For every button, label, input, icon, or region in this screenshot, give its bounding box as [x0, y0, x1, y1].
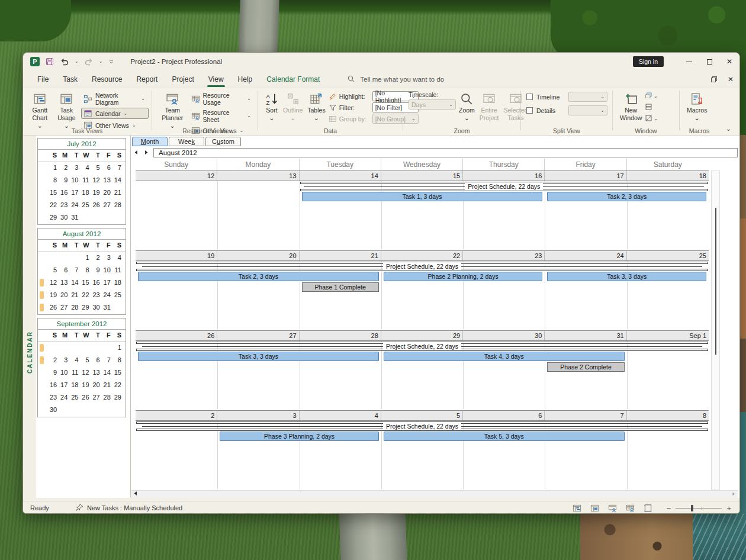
menu-tab-view[interactable]: View: [201, 70, 231, 88]
mini-calendar-day[interactable]: 23: [46, 392, 57, 403]
mini-calendar-day[interactable]: 29: [111, 392, 121, 403]
mini-calendar-day[interactable]: 14: [67, 277, 78, 288]
mini-calendar-day[interactable]: 21: [67, 289, 78, 301]
summary-bar-project-schedule-22-days[interactable]: Project Schedule, 22 days: [136, 342, 708, 351]
menu-tab-report[interactable]: Report: [129, 70, 165, 88]
mini-calendar-day[interactable]: 25: [78, 199, 89, 211]
collapse-ribbon-icon[interactable]: ⌄: [726, 125, 731, 133]
maximize-button[interactable]: [699, 53, 719, 70]
usage-view-button[interactable]: [586, 504, 604, 513]
mini-calendar-day[interactable]: 25: [67, 392, 78, 403]
mini-calendar-day[interactable]: 8: [46, 175, 57, 186]
scope-tab-week[interactable]: Week: [169, 137, 204, 146]
mini-calendar-day[interactable]: 23: [89, 289, 100, 301]
mini-calendar-day[interactable]: 26: [89, 199, 100, 211]
mini-calendar-day[interactable]: 10: [67, 175, 78, 186]
summary-bar-project-schedule-22-days[interactable]: Project Schedule, 22 days: [136, 262, 708, 271]
mini-calendar-day[interactable]: 4: [67, 355, 78, 366]
mini-calendar-day[interactable]: 21: [100, 379, 111, 391]
mini-calendar-day[interactable]: 1: [46, 162, 57, 173]
mini-calendar-day[interactable]: 26: [46, 302, 57, 313]
team-planner-button[interactable]: TeamPlanner ⌄: [157, 90, 188, 131]
mini-calendar-day[interactable]: 30: [89, 302, 100, 313]
menu-tab-task[interactable]: Task: [56, 70, 85, 88]
mini-calendar-day[interactable]: 20: [57, 289, 67, 301]
mini-calendar-day[interactable]: 14: [111, 175, 121, 186]
vertical-scrollbar-thumb[interactable]: [715, 208, 716, 355]
undo-button[interactable]: [60, 57, 69, 66]
mini-calendar-day[interactable]: 23: [57, 199, 67, 211]
task-usage-button[interactable]: TaskUsage ⌄: [53, 90, 80, 131]
mini-calendar-day[interactable]: 28: [67, 302, 78, 313]
mini-calendar-day[interactable]: 27: [57, 302, 67, 313]
summary-bar-project-schedule-22-days[interactable]: Project Schedule, 22 days: [300, 182, 708, 191]
mini-calendar-day[interactable]: 4: [78, 162, 89, 173]
mini-calendar-day[interactable]: 19: [78, 379, 89, 391]
close-document-icon[interactable]: ✕: [728, 76, 734, 83]
switch-windows-icon[interactable]: [645, 92, 652, 101]
restore-window-icon[interactable]: [711, 76, 717, 82]
mini-calendar-day[interactable]: 8: [111, 355, 121, 366]
zoom-out-icon[interactable]: −: [667, 504, 671, 512]
mini-calendar-day[interactable]: 31: [67, 212, 78, 223]
next-month-button[interactable]: [142, 148, 150, 157]
task-bar-task-4-3-days[interactable]: Task 4, 3 days: [384, 352, 625, 361]
resource-sheet-button[interactable]: Resource Sheet⌄: [189, 108, 255, 124]
sheet-view-button[interactable]: [622, 504, 639, 513]
mini-calendar-day[interactable]: 5: [89, 162, 100, 173]
mini-calendar-day[interactable]: 22: [78, 289, 89, 301]
mini-calendar-day[interactable]: 13: [89, 367, 100, 378]
mini-calendar-day[interactable]: 22: [111, 379, 121, 391]
mini-calendar-day[interactable]: 27: [89, 392, 100, 403]
mini-calendar-day[interactable]: 4: [111, 252, 121, 263]
report-view-button[interactable]: [639, 504, 657, 513]
mini-calendar-day[interactable]: 1: [111, 342, 121, 353]
mini-calendar-day[interactable]: 31: [100, 302, 111, 313]
mini-calendar-day[interactable]: 6: [89, 355, 100, 366]
mini-calendar-day[interactable]: 19: [46, 289, 57, 301]
minimize-button[interactable]: [679, 53, 699, 70]
task-bar-phase-2-planning-2-days[interactable]: Phase 2 Planning, 2 days: [384, 272, 543, 281]
sort-button[interactable]: AZSort⌄: [263, 90, 280, 123]
mini-calendar-day[interactable]: 26: [78, 392, 89, 403]
mini-calendar-day[interactable]: 12: [46, 277, 57, 288]
summary-bar-project-schedule-22-days[interactable]: Project Schedule, 22 days: [136, 421, 708, 431]
mini-calendar-day[interactable]: 24: [67, 199, 78, 211]
task-bar-task-1-3-days[interactable]: Task 1, 3 days: [302, 192, 543, 201]
mini-calendar-day[interactable]: 17: [100, 277, 111, 288]
mini-calendar-day[interactable]: 5: [78, 355, 89, 366]
mini-calendar-day[interactable]: 18: [78, 187, 89, 198]
customize-qat-icon[interactable]: [108, 58, 115, 65]
mini-calendar-day[interactable]: 9: [46, 367, 57, 378]
mini-calendar-day[interactable]: 10: [57, 367, 67, 378]
mini-calendar-day[interactable]: 20: [100, 187, 111, 198]
zoom-slider[interactable]: − +: [667, 504, 731, 512]
details-checkbox[interactable]: [526, 107, 533, 114]
mini-calendar-day[interactable]: 3: [67, 162, 78, 173]
planner-view-button[interactable]: [604, 504, 622, 513]
mini-calendar-day[interactable]: 17: [57, 379, 67, 391]
mini-calendar-day[interactable]: 1: [78, 252, 89, 263]
mini-calendar-day[interactable]: 9: [89, 265, 100, 276]
task-bar-task-5-3-days[interactable]: Task 5, 3 days: [384, 432, 625, 441]
task-bar-phase-3-planning-2-days[interactable]: Phase 3 Planning, 2 days: [220, 432, 379, 441]
mini-calendar-day[interactable]: 7: [111, 162, 121, 173]
mini-calendar-day[interactable]: 11: [78, 175, 89, 186]
mini-calendar-day[interactable]: 8: [78, 265, 89, 276]
scroll-left-icon[interactable]: [133, 490, 139, 498]
save-button[interactable]: [45, 57, 54, 66]
menu-tab-calendar-format[interactable]: Calendar Format: [259, 70, 327, 88]
mini-calendar-day[interactable]: 16: [46, 379, 57, 391]
mini-calendar-day[interactable]: 19: [89, 187, 100, 198]
gantt-view-button[interactable]: [568, 504, 586, 513]
app-icon[interactable]: P: [30, 57, 40, 66]
mini-calendar-day[interactable]: 11: [111, 265, 121, 276]
zoom-slider-thumb[interactable]: [691, 505, 693, 511]
gantt-chart-button[interactable]: GanttChart ⌄: [28, 90, 52, 131]
mini-calendar-day[interactable]: 6: [100, 162, 111, 173]
mini-calendar-day[interactable]: 30: [57, 212, 67, 223]
task-bar-task-3-3-days[interactable]: Task 3, 3 days: [547, 272, 706, 281]
task-bar-task-2-3-days[interactable]: Task 2, 3 days: [547, 192, 706, 201]
mini-calendar-day[interactable]: 24: [100, 289, 111, 301]
mini-calendar-day[interactable]: 6: [57, 265, 67, 276]
